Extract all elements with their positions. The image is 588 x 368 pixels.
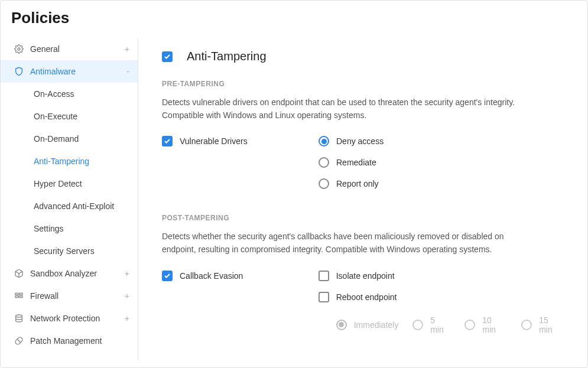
radio-10min: 10 min bbox=[464, 315, 507, 334]
sidebar-item-label: Antimalware bbox=[30, 67, 76, 76]
pre-tampering-desc: Detects vulnerable drivers on endpoint t… bbox=[162, 96, 540, 122]
post-tampering-label: POST-TAMPERING bbox=[162, 214, 564, 222]
patch-icon bbox=[14, 336, 24, 346]
svg-rect-4 bbox=[15, 296, 18, 298]
sidebar-sub-on-demand[interactable]: On-Demand bbox=[1, 128, 138, 150]
sidebar-item-patch-management[interactable]: Patch Management bbox=[1, 330, 138, 352]
sidebar-item-antimalware[interactable]: Antimalware - bbox=[1, 60, 138, 83]
radio-input[interactable] bbox=[319, 157, 329, 168]
sidebar: General + Antimalware - On-Access On-Exe… bbox=[1, 32, 138, 367]
sidebar-sub-security-servers[interactable]: Security Servers bbox=[1, 240, 138, 262]
svg-rect-2 bbox=[15, 293, 18, 295]
sidebar-sub-anti-tampering[interactable]: Anti-Tampering bbox=[1, 150, 138, 172]
radio-input[interactable] bbox=[319, 136, 329, 146]
check-label: Isolate endpoint bbox=[336, 271, 395, 281]
gear-icon bbox=[14, 44, 24, 54]
radio-immediately: Immediately bbox=[336, 315, 398, 334]
radio-report-only[interactable]: Report only bbox=[319, 178, 384, 189]
sidebar-sub-advanced-anti-exploit[interactable]: Advanced Anti-Exploit bbox=[1, 195, 138, 217]
svg-rect-3 bbox=[20, 293, 22, 295]
radio-input bbox=[521, 320, 532, 330]
callback-evasion-label: Callback Evasion bbox=[180, 271, 243, 281]
check-label: Reboot endpoint bbox=[336, 292, 397, 302]
reboot-timing-options: Immediately 5 min 10 min 15 min bbox=[336, 315, 564, 334]
check-reboot-endpoint[interactable]: Reboot endpoint bbox=[319, 292, 564, 302]
page-title: Policies bbox=[11, 9, 577, 27]
sidebar-sub-settings[interactable]: Settings bbox=[1, 217, 138, 240]
firewall-icon bbox=[14, 291, 24, 301]
radio-input bbox=[464, 320, 475, 330]
checkbox-input[interactable] bbox=[319, 292, 329, 302]
vulnerable-drivers-label: Vulnerable Drivers bbox=[180, 136, 248, 146]
pre-tampering-label: PRE-TAMPERING bbox=[162, 80, 564, 88]
radio-deny-access[interactable]: Deny access bbox=[319, 136, 384, 146]
radio-label: 10 min bbox=[482, 315, 507, 334]
anti-tampering-checkbox[interactable] bbox=[162, 51, 173, 62]
sidebar-sub-hyper-detect[interactable]: Hyper Detect bbox=[1, 172, 138, 195]
radio-label: 5 min bbox=[430, 315, 450, 334]
cube-icon bbox=[14, 268, 24, 279]
svg-rect-5 bbox=[20, 296, 22, 298]
radio-label: Report only bbox=[336, 179, 379, 188]
sidebar-item-label: Sandbox Analyzer bbox=[30, 269, 97, 278]
expand-icon[interactable]: + bbox=[125, 269, 129, 278]
sidebar-item-firewall[interactable]: Firewall + bbox=[1, 285, 138, 307]
sidebar-item-sandbox-analyzer[interactable]: Sandbox Analyzer + bbox=[1, 262, 138, 285]
radio-input bbox=[412, 320, 423, 330]
checkbox-input[interactable] bbox=[319, 271, 329, 281]
sidebar-item-network-protection[interactable]: Network Protection + bbox=[1, 307, 138, 330]
sidebar-item-label: Network Protection bbox=[30, 314, 100, 323]
radio-label: Immediately bbox=[354, 320, 398, 330]
post-tampering-desc: Detects whether the security agent's cal… bbox=[162, 230, 540, 256]
radio-label: Remediate bbox=[336, 158, 376, 167]
network-icon bbox=[14, 313, 24, 324]
expand-icon[interactable]: + bbox=[125, 291, 129, 301]
svg-point-0 bbox=[18, 48, 20, 50]
check-isolate-endpoint[interactable]: Isolate endpoint bbox=[319, 271, 564, 281]
svg-line-8 bbox=[17, 339, 20, 342]
radio-input[interactable] bbox=[319, 178, 329, 189]
radio-label: Deny access bbox=[336, 136, 384, 146]
sidebar-item-general[interactable]: General + bbox=[1, 38, 138, 60]
radio-15min: 15 min bbox=[521, 315, 564, 334]
main-title: Anti-Tampering bbox=[187, 50, 267, 63]
sidebar-item-label: Firewall bbox=[30, 291, 59, 301]
shield-icon bbox=[14, 66, 24, 77]
main-content: Anti-Tampering PRE-TAMPERING Detects vul… bbox=[138, 32, 587, 367]
radio-label: 15 min bbox=[539, 315, 564, 334]
vulnerable-drivers-checkbox[interactable] bbox=[162, 136, 173, 146]
radio-input bbox=[336, 320, 347, 330]
sidebar-sub-on-execute[interactable]: On-Execute bbox=[1, 105, 138, 128]
callback-evasion-checkbox[interactable] bbox=[162, 271, 173, 281]
radio-remediate[interactable]: Remediate bbox=[319, 157, 384, 168]
collapse-icon[interactable]: - bbox=[126, 67, 129, 76]
sidebar-item-label: General bbox=[30, 44, 60, 54]
expand-icon[interactable]: + bbox=[125, 44, 129, 54]
sidebar-item-label: Patch Management bbox=[30, 336, 102, 346]
sidebar-sub-on-access[interactable]: On-Access bbox=[1, 83, 138, 105]
radio-5min: 5 min bbox=[412, 315, 450, 334]
svg-point-6 bbox=[16, 315, 22, 317]
expand-icon[interactable]: + bbox=[125, 314, 129, 323]
